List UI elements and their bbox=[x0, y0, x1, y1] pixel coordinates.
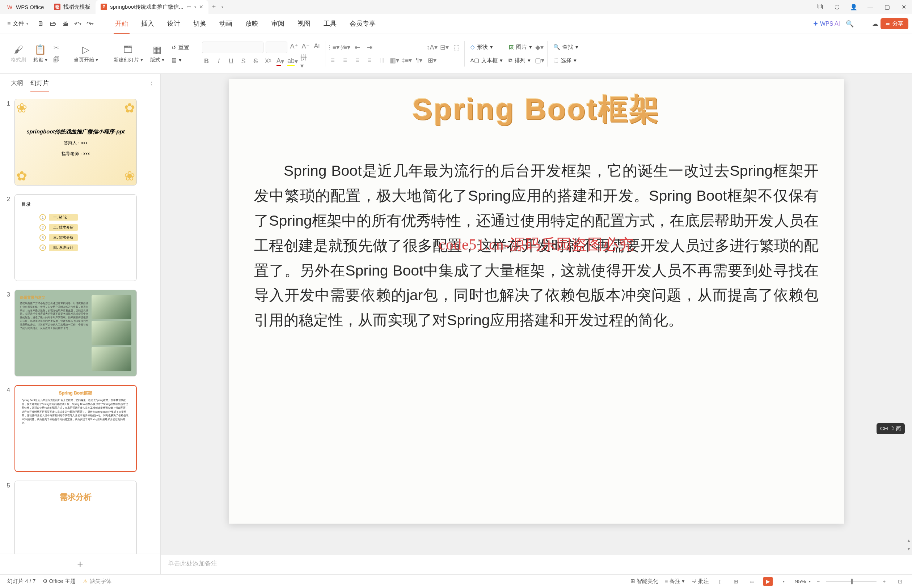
tab-view[interactable]: 视图 bbox=[296, 14, 312, 34]
textbox-button[interactable]: A▢ 文本框 ▾ bbox=[468, 56, 505, 65]
from-current-slide-button[interactable]: ▷ 当页开始 ▾ bbox=[71, 43, 101, 65]
print-icon[interactable]: 🖶 bbox=[60, 18, 71, 29]
bold-button[interactable]: B bbox=[202, 57, 211, 66]
play-slideshow-icon[interactable]: ▶ bbox=[763, 577, 773, 586]
beautify-button[interactable]: ⊞ 智能美化 bbox=[630, 578, 658, 585]
strike-button[interactable]: S bbox=[239, 57, 248, 66]
tab-design[interactable]: 设计 bbox=[166, 14, 182, 34]
slide-thumbnail-4[interactable]: 4 Spring Boot框架 Spring Boot是近几年最为流行的后台开发… bbox=[3, 385, 157, 472]
layout-button[interactable]: ▦ 版式 ▾ bbox=[147, 43, 167, 65]
avatar-icon[interactable]: 👤 bbox=[846, 0, 862, 14]
new-slide-button[interactable]: 🗔 新建幻灯片 ▾ bbox=[111, 43, 146, 65]
tab-wps-office[interactable]: W WPS Office bbox=[0, 0, 49, 14]
undo-icon[interactable]: ↶▾ bbox=[72, 18, 83, 29]
decrease-indent-icon[interactable]: ⇤ bbox=[353, 43, 362, 52]
zoom-slider[interactable] bbox=[826, 581, 876, 582]
zoom-out-icon[interactable]: − bbox=[813, 577, 823, 586]
search-icon[interactable]: 🔍 bbox=[844, 18, 855, 29]
reading-view-icon[interactable]: ▭ bbox=[747, 577, 757, 586]
slide-canvas[interactable]: Spring Boot框架 Spring Boot是近几年最为流行的后台开发框架… bbox=[229, 79, 844, 523]
format-brush-button[interactable]: 🖌 格式刷 bbox=[8, 43, 29, 65]
share-button[interactable]: ➦ 分享 bbox=[881, 18, 909, 29]
dropdown-icon[interactable]: ▾ bbox=[194, 5, 196, 9]
tab-animation[interactable]: 动画 bbox=[218, 14, 234, 34]
shape-button[interactable]: ◇ 形状 ▾ bbox=[468, 42, 505, 52]
package-icon[interactable]: ⬡ bbox=[829, 0, 846, 14]
font-color-button[interactable]: A▾ bbox=[276, 57, 285, 66]
reset-button[interactable]: ↺ 重置 bbox=[168, 43, 192, 52]
copy-icon[interactable]: 🗐 bbox=[52, 55, 61, 65]
slide-thumbnail-3[interactable]: 3 课题背景与意义 传统戏曲推广方式小程序主要通过计算机网络，对传统戏曲推广信息… bbox=[3, 290, 157, 376]
decrease-font-icon[interactable]: A⁻ bbox=[301, 42, 311, 51]
missing-fonts-status[interactable]: ⚠ 缺失字体 bbox=[83, 578, 112, 585]
phonetic-button[interactable]: 拼▾ bbox=[300, 57, 310, 66]
present-icon[interactable]: ▭ bbox=[186, 3, 191, 10]
paste-button[interactable]: 📋 粘贴 ▾ bbox=[31, 43, 50, 65]
picture-button[interactable]: 🖼 图片 ▾ bbox=[505, 42, 535, 52]
redo-icon[interactable]: ↷▾ bbox=[85, 18, 96, 29]
open-icon[interactable]: 🗁 bbox=[48, 18, 58, 29]
tab-transition[interactable]: 切换 bbox=[192, 14, 208, 34]
zoom-in-icon[interactable]: + bbox=[880, 577, 889, 586]
close-window-icon[interactable]: ✕ bbox=[895, 0, 912, 14]
new-tab-button[interactable]: + ▾ bbox=[209, 0, 227, 14]
normal-view-icon[interactable]: ▯ bbox=[716, 577, 725, 586]
line-spacing-icon[interactable]: ‡≡▾ bbox=[402, 56, 411, 65]
section-button[interactable]: ▤ ▾ bbox=[168, 55, 192, 65]
align-text-icon[interactable]: ⊟▾ bbox=[440, 43, 449, 52]
columns-icon[interactable]: ▥▾ bbox=[390, 56, 399, 65]
notes-input[interactable]: 单击此处添加备注 bbox=[161, 555, 912, 574]
tab-daoke-templates[interactable]: 稻 找稻壳模板 bbox=[49, 0, 96, 14]
shape-fill-icon[interactable]: ◆▾ bbox=[535, 43, 544, 52]
wps-ai-button[interactable]: ✦ WPS AI bbox=[809, 20, 844, 27]
smartart-icon[interactable]: ⊞▾ bbox=[428, 56, 437, 65]
vertical-scrollbar[interactable]: ▴ ▾ bbox=[906, 79, 911, 552]
text-direction-icon[interactable]: ↕A▾ bbox=[428, 43, 437, 52]
highlight-button[interactable]: ab▾ bbox=[288, 57, 298, 66]
superscript-button[interactable]: X² bbox=[264, 57, 273, 66]
theme-status[interactable]: ⚙ Office 主题 bbox=[43, 578, 75, 585]
paragraph-icon[interactable]: ¶▾ bbox=[415, 56, 424, 65]
zoom-value[interactable]: 95% bbox=[795, 578, 806, 585]
scroll-down-icon[interactable]: ▾ bbox=[906, 545, 911, 552]
strikethrough2-button[interactable]: S bbox=[251, 57, 261, 66]
cut-icon[interactable]: ✂ bbox=[52, 43, 61, 52]
cloud-icon[interactable]: ☁ bbox=[870, 18, 881, 29]
tab-review[interactable]: 审阅 bbox=[270, 14, 286, 34]
tab-slideshow[interactable]: 放映 bbox=[244, 14, 260, 34]
sorter-view-icon[interactable]: ⊞ bbox=[731, 577, 741, 586]
slide-thumbnail-5[interactable]: 5 需求分析 bbox=[3, 481, 157, 554]
align-justify-icon[interactable]: ≡ bbox=[365, 56, 374, 65]
italic-button[interactable]: I bbox=[214, 57, 224, 66]
slides-tab[interactable]: 幻灯片 bbox=[31, 79, 49, 92]
align-left-icon[interactable]: ≡ bbox=[328, 56, 338, 65]
tab-start[interactable]: 开始 bbox=[113, 14, 130, 34]
new-doc-icon[interactable]: 🗎 bbox=[36, 18, 46, 29]
find-button[interactable]: 🔍 查找 ▾ bbox=[551, 42, 581, 52]
file-menu-button[interactable]: ≡ 文件 ▾ bbox=[3, 18, 32, 30]
align-right-icon[interactable]: ≡ bbox=[353, 56, 362, 65]
slide-thumbnail-2[interactable]: 2 目录 1一. 绪 论 2二. 技术介绍 3三. 需求分析 4四. 系统设计 bbox=[3, 194, 157, 281]
collapse-panel-icon[interactable]: 〈 bbox=[147, 79, 153, 88]
tab-document-active[interactable]: P springboot传统戏曲推广微信... ▭ ▾ ✕ bbox=[96, 0, 209, 14]
play-dropdown-icon[interactable]: ▾ bbox=[779, 577, 789, 586]
convert-smartart-icon[interactable]: ⬚ bbox=[452, 43, 462, 52]
tab-member[interactable]: 会员专享 bbox=[348, 14, 377, 34]
comments-toggle[interactable]: 🗨 批注 bbox=[691, 578, 709, 585]
font-name-input[interactable] bbox=[202, 42, 264, 53]
scroll-up-icon[interactable]: ▴ bbox=[906, 537, 911, 544]
outline-tab[interactable]: 大纲 bbox=[11, 79, 23, 92]
bullets-icon[interactable]: ⋮≡▾ bbox=[328, 43, 338, 52]
chevron-down-icon[interactable]: ▾ bbox=[222, 5, 223, 9]
fit-view-icon[interactable]: ⊡ bbox=[895, 577, 905, 586]
slides-list[interactable]: 1 ❀ ✿ ✿ ❀ springboot传统戏曲推广微信小程序-ppt 答辩人：… bbox=[0, 92, 160, 554]
font-size-input[interactable] bbox=[266, 42, 287, 53]
increase-font-icon[interactable]: A⁺ bbox=[290, 42, 299, 51]
shape-outline-icon[interactable]: ▢▾ bbox=[535, 56, 544, 65]
restore-window-icon[interactable]: ⿻ bbox=[812, 0, 829, 14]
zoom-dropdown-icon[interactable]: ▾ bbox=[809, 579, 811, 583]
ime-indicator[interactable]: CH ☽ 简 bbox=[876, 423, 905, 434]
slide-thumbnail-1[interactable]: 1 ❀ ✿ ✿ ❀ springboot传统戏曲推广微信小程序-ppt 答辩人：… bbox=[3, 99, 157, 186]
minimize-icon[interactable]: — bbox=[862, 0, 879, 14]
notes-toggle[interactable]: ≡ 备注 ▾ bbox=[665, 578, 685, 585]
